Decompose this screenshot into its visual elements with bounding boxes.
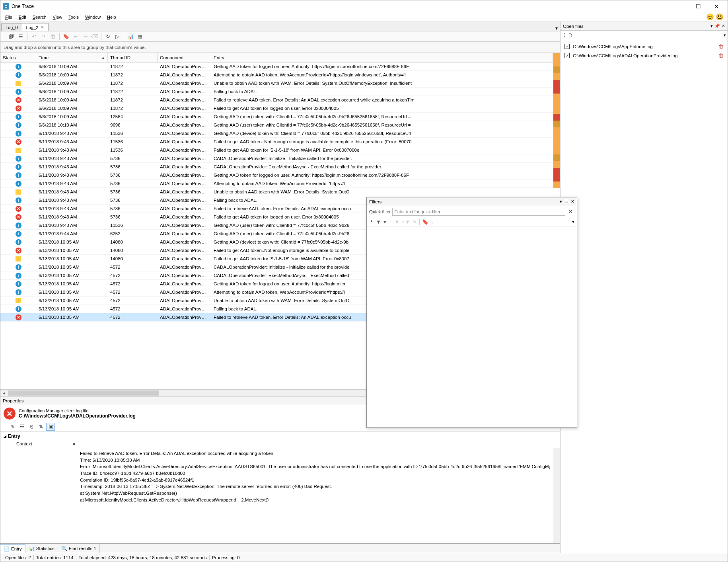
- props-filetype: Configuration Manager client log file: [19, 408, 136, 413]
- menu-file[interactable]: File: [2, 14, 16, 20]
- checkbox-icon[interactable]: ✓: [564, 53, 570, 58]
- table-row[interactable]: ✕6/11/2018 9:43 AM11536ADALOperationProv…: [0, 138, 553, 146]
- props-view1-icon[interactable]: 🗎: [8, 423, 17, 431]
- menu-view[interactable]: View: [50, 14, 66, 20]
- overflow-icon[interactable]: ▾: [724, 33, 726, 38]
- col-component[interactable]: Component: [158, 53, 211, 62]
- overflow-icon[interactable]: ▾: [572, 219, 574, 224]
- table-row[interactable]: ✕6/6/2018 10:09 AM11872ADALOperationProv…: [0, 104, 553, 113]
- col-thread[interactable]: Thread ID: [108, 53, 158, 62]
- menu-tools[interactable]: Tools: [65, 14, 82, 20]
- menu-edit[interactable]: Edit: [16, 14, 29, 20]
- info-icon: i: [16, 273, 21, 279]
- close-button[interactable]: ✕: [707, 1, 725, 12]
- col-entry[interactable]: Entry: [211, 53, 553, 62]
- remove-file-icon[interactable]: 🗑: [718, 53, 724, 59]
- clear-bookmark-icon[interactable]: ⌫: [91, 33, 99, 41]
- props-view2-icon[interactable]: ☷: [18, 423, 26, 431]
- table-row[interactable]: i6/11/2018 9:43 AM11536ADALOperationProv…: [0, 129, 553, 138]
- filter-next-icon[interactable]: ↓: [431, 219, 434, 225]
- menu-help[interactable]: Help: [104, 14, 119, 20]
- filter-highlight-icon[interactable]: 🔖: [422, 219, 428, 225]
- cell-entry: CADALOperationProvider::Initialize - Ini…: [211, 156, 553, 161]
- tab-find-results[interactable]: 🔍Find results 1: [58, 544, 100, 553]
- table-row[interactable]: i6/6/2018 10:09 AM11872ADALOperationProv…: [0, 71, 553, 79]
- emoji-icon[interactable]: 😃: [716, 13, 724, 21]
- menu-search[interactable]: Search: [29, 14, 50, 20]
- cell-thread: 14080: [108, 240, 158, 244]
- play-icon[interactable]: ▷: [113, 33, 121, 41]
- open-file-item[interactable]: ✓ C:\Windows\CCM\Logs\ADALOperationProvi…: [562, 51, 726, 60]
- table-row[interactable]: i6/11/2018 9:43 AM5736ADALOperationProv……: [0, 171, 553, 180]
- emoji-icon[interactable]: 😊: [706, 13, 714, 21]
- context-pin-icon[interactable]: ✦: [72, 441, 76, 447]
- cell-time: 6/6/2018 10:09 AM: [36, 72, 108, 77]
- list-icon[interactable]: ☰: [17, 33, 25, 41]
- grid-icon[interactable]: ▦: [136, 33, 144, 41]
- panel-close-icon[interactable]: ✕: [571, 199, 574, 204]
- props-view5-icon[interactable]: ▣: [46, 423, 55, 431]
- col-time[interactable]: Time: [36, 53, 108, 62]
- table-row[interactable]: i6/11/2018 9:43 AM5736ADALOperationProv……: [0, 154, 553, 163]
- filter-clear-icon[interactable]: ✕: [413, 219, 417, 225]
- cell-component: ADALOperationProv…: [158, 223, 211, 228]
- scroll-left-icon[interactable]: ◂: [0, 390, 7, 396]
- menu-window[interactable]: Window: [82, 14, 104, 20]
- copy-icon[interactable]: 🗐: [7, 33, 15, 41]
- pin-icon[interactable]: 📌: [714, 23, 720, 29]
- props-view3-icon[interactable]: ⎘: [27, 423, 36, 431]
- tab-log2[interactable]: Log_2✕: [22, 23, 49, 31]
- clear-filter-icon[interactable]: ✕: [567, 209, 574, 215]
- filter-add-icon[interactable]: +▼: [391, 219, 399, 225]
- menubar: File Edit Search View Tools Window Help …: [0, 12, 728, 22]
- cell-component: ADALOperationProv…: [158, 290, 211, 295]
- window-title: One Trace: [12, 4, 672, 9]
- filter-icon[interactable]: ▼: [376, 219, 381, 225]
- panel-close-icon[interactable]: ✕: [722, 23, 725, 29]
- maximize-icon[interactable]: ☐: [564, 199, 568, 204]
- open-file-item[interactable]: ✓ C:\Windows\CCM\Logs\AppEnforce.log 🗑: [562, 42, 726, 51]
- bookmark-icon[interactable]: 🔖: [62, 33, 70, 41]
- group-bar[interactable]: Drag and drop a column into this area to…: [0, 42, 560, 53]
- table-row[interactable]: ✕6/6/2018 10:09 AM11872ADALOperationProv…: [0, 96, 553, 104]
- table-row[interactable]: i6/11/2018 9:43 AM5736ADALOperationProv……: [0, 163, 553, 171]
- cell-time: 6/11/2018 9:43 AM: [36, 173, 108, 178]
- open-file-icon[interactable]: 🗋: [568, 32, 573, 38]
- filter-dropdown-icon[interactable]: ▾: [383, 219, 386, 225]
- tab-statistics[interactable]: 📊Statistics: [25, 544, 58, 553]
- maximize-button[interactable]: ☐: [689, 1, 707, 12]
- cell-time: 6/11/2018 9:43 AM: [36, 131, 108, 136]
- col-status[interactable]: Status: [0, 53, 36, 62]
- panel-menu-icon[interactable]: ▾: [710, 23, 713, 29]
- open-files-panel: Open files ▾ 📌 ✕ ⋮ 🗋 ▾ ✓ C:\Windows\CCM\…: [561, 22, 728, 553]
- tab-log0[interactable]: Log_0: [1, 23, 22, 31]
- undo-icon[interactable]: ↶: [30, 33, 38, 41]
- tab-close-icon[interactable]: ✕: [41, 25, 44, 30]
- props-view4-icon[interactable]: ⇅: [37, 423, 45, 431]
- table-row[interactable]: 6/11/2018 9:43 AM5736ADALOperationProv…U…: [0, 188, 553, 196]
- delete-icon[interactable]: 🗑: [49, 33, 57, 41]
- filter-remove-icon[interactable]: ×▼: [402, 219, 410, 225]
- panel-menu-icon[interactable]: ▾: [560, 199, 562, 204]
- tab-entry[interactable]: 📄Entry: [0, 544, 25, 553]
- minimize-button[interactable]: —: [672, 1, 689, 12]
- tab-overflow-button[interactable]: ▾: [553, 25, 560, 31]
- collapse-icon[interactable]: ◢: [4, 434, 6, 438]
- redo-icon[interactable]: ↷: [39, 33, 47, 41]
- stats-icon[interactable]: 📊: [127, 33, 134, 41]
- prev-bookmark-icon[interactable]: ⇤: [72, 33, 80, 41]
- next-bookmark-icon[interactable]: ⇥: [81, 33, 89, 41]
- checkbox-icon[interactable]: ✓: [564, 44, 570, 49]
- table-row[interactable]: i6/6/2018 10:09 AM11872ADALOperationProv…: [0, 88, 553, 96]
- table-row[interactable]: 6/6/2018 10:09 AM11872ADALOperationProv……: [0, 79, 553, 88]
- quick-filter-input[interactable]: [392, 208, 565, 216]
- scroll-thumb[interactable]: [8, 390, 159, 396]
- refresh-icon[interactable]: ↻: [104, 33, 112, 41]
- table-row[interactable]: 6/11/2018 9:43 AM11536ADALOperationProv……: [0, 146, 553, 154]
- table-row[interactable]: i6/11/2018 9:43 AM5736ADALOperationProv……: [0, 180, 553, 188]
- cell-component: ADALOperationProv…: [158, 64, 211, 69]
- table-row[interactable]: i6/6/2018 10:10 AM9696ADALOperationProv……: [0, 121, 553, 129]
- table-row[interactable]: i6/6/2018 10:09 AM11872ADALOperationProv…: [0, 62, 553, 71]
- remove-file-icon[interactable]: 🗑: [718, 43, 724, 49]
- table-row[interactable]: i6/6/2018 10:09 AM12584ADALOperationProv…: [0, 113, 553, 121]
